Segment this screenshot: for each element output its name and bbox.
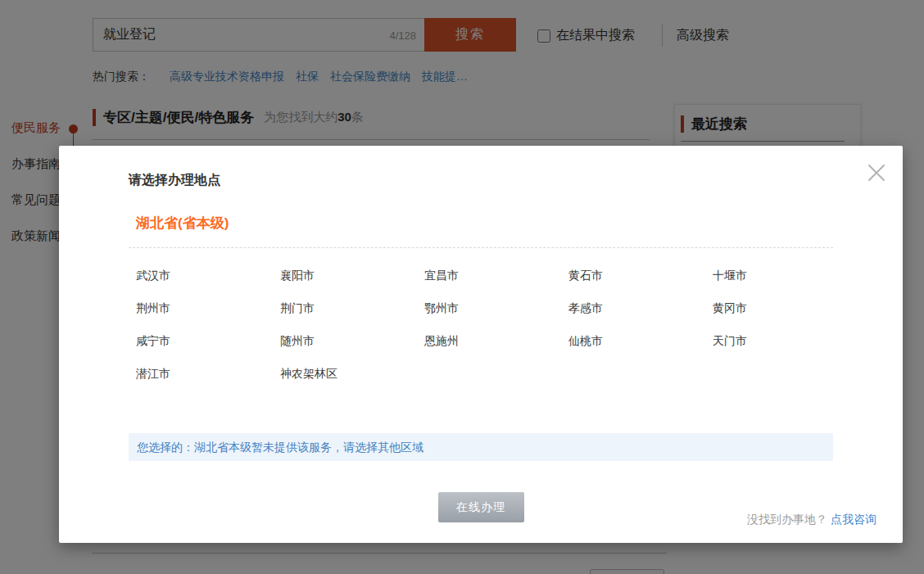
city-option[interactable]: 十堰市 xyxy=(713,259,857,292)
dashed-divider xyxy=(129,247,833,248)
footer-hint: 没找到办事地？ xyxy=(747,513,827,526)
online-handle-button[interactable]: 在线办理 xyxy=(438,492,524,522)
city-option[interactable]: 襄阳市 xyxy=(280,259,424,292)
city-option[interactable]: 恩施州 xyxy=(424,324,568,357)
city-option[interactable]: 荆州市 xyxy=(136,292,280,324)
city-option[interactable]: 武汉市 xyxy=(136,259,280,292)
close-icon[interactable] xyxy=(866,162,887,183)
city-option[interactable]: 黄冈市 xyxy=(713,292,857,324)
city-option[interactable]: 仙桃市 xyxy=(568,324,713,357)
city-option[interactable]: 潜江市 xyxy=(136,357,280,390)
dialog-footer: 没找到办事地？点我咨询 xyxy=(747,513,876,527)
city-option[interactable]: 鄂州市 xyxy=(424,292,568,324)
city-option[interactable]: 神农架林区 xyxy=(280,357,424,390)
select-location-dialog: 请选择办理地点 湖北省(省本级) 武汉市襄阳市宜昌市黄石市十堰市荆州市荆门市鄂州… xyxy=(59,146,903,543)
city-option[interactable]: 荆门市 xyxy=(280,292,424,324)
city-grid: 武汉市襄阳市宜昌市黄石市十堰市荆州市荆门市鄂州市孝感市黄冈市咸宁市随州市恩施州仙… xyxy=(136,259,833,390)
city-option[interactable]: 随州市 xyxy=(280,324,424,357)
selection-notice: 您选择的：湖北省本级暂未提供该服务，请选择其他区域 xyxy=(129,433,833,461)
city-option[interactable]: 天门市 xyxy=(713,324,857,357)
dialog-title: 请选择办理地点 xyxy=(129,146,833,189)
city-option[interactable]: 咸宁市 xyxy=(136,324,280,357)
city-option[interactable]: 孝感市 xyxy=(568,292,713,324)
city-option[interactable]: 黄石市 xyxy=(568,259,713,292)
consult-link[interactable]: 点我咨询 xyxy=(831,513,876,526)
city-option[interactable]: 宜昌市 xyxy=(424,259,568,292)
province-header[interactable]: 湖北省(省本级) xyxy=(136,214,833,233)
